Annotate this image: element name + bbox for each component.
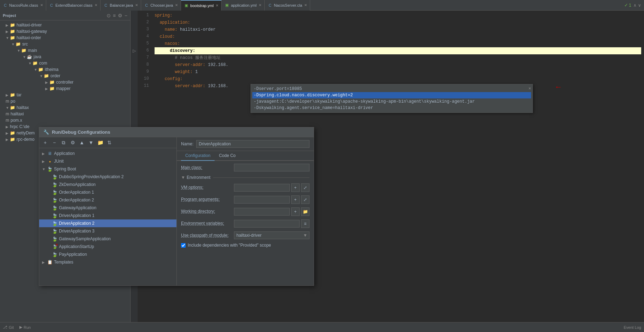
tab-nacos-server[interactable]: C NacosServer.cla ✕ (265, 0, 310, 11)
folder-icon11: 📁 (10, 92, 15, 97)
settings-config-btn[interactable]: ⚙ (69, 139, 77, 146)
vm-popup-close-btn[interactable]: ✕ (529, 86, 531, 91)
config-item-gateway-sample[interactable]: 🍃 GatewaySampleApplication (39, 235, 176, 243)
config-item-application-folder[interactable]: ▶ 🖥 Application (39, 150, 176, 157)
tree-label-main: main (28, 48, 37, 53)
tree-item-main[interactable]: ▼ 📁 main (0, 47, 130, 54)
name-input[interactable] (196, 140, 309, 148)
vm-expand-btn[interactable]: + (291, 183, 300, 192)
tree-item-com[interactable]: ▼ 📁 com (0, 60, 130, 66)
tree-item-java[interactable]: ▼ ☕ java (0, 54, 130, 60)
tab-bootstrap[interactable]: ▣ bootstrap.yml ✕ (181, 0, 222, 11)
code-line-2: application: (155, 19, 641, 26)
sidebar-scope-icon[interactable]: ⊙ (107, 13, 111, 18)
copy-config-btn[interactable]: ⧉ (60, 139, 67, 146)
config-item-driver3[interactable]: 🍃 DriverApplication 3 (39, 227, 176, 235)
classpath-select[interactable]: hailtaxi-driver (234, 231, 309, 239)
working-dir-input[interactable] (234, 208, 290, 216)
add-config-btn[interactable]: + (41, 139, 49, 146)
tree-item-itheima[interactable]: ▼ 📁 itheima (0, 66, 130, 73)
vm-options-label: VM options: (181, 183, 234, 190)
config-item-app-startup[interactable]: 🍃✕ ApplicationStartUp (39, 243, 176, 250)
templates-icon: 📋 (47, 259, 53, 265)
args-fullscreen-btn[interactable]: ⤢ (301, 195, 309, 204)
config-item-zk[interactable]: 🍃 ZkDemoApplication (39, 181, 176, 188)
config-label-junit: JUnit (54, 159, 64, 164)
tree-item-order[interactable]: ▼ 📁 hailtaxi-order (0, 35, 130, 41)
config-item-pay[interactable]: 🍃 PayApplication (39, 250, 176, 258)
tab-nacos-rule[interactable]: C NacosRule.class ✕ (0, 0, 46, 11)
args-expand-btn[interactable]: + (291, 195, 300, 204)
tree-item-src[interactable]: ▼ 📁 src (0, 41, 130, 47)
tab-close-bootstrap[interactable]: ✕ (216, 4, 218, 7)
event-log[interactable]: Event Log (624, 325, 641, 330)
application-folder-icon: 🖥 (47, 151, 53, 156)
tab-configuration[interactable]: Configuration (181, 151, 215, 161)
sort-btn[interactable]: ⇅ (106, 139, 113, 146)
dir-expand-btn[interactable]: + (291, 207, 300, 216)
env-collapse-btn[interactable]: ▼ (181, 175, 185, 180)
config-item-dubbo[interactable]: 🍃 DubboSpringProviderApplication 2 (39, 173, 176, 181)
gutter-2 (131, 19, 137, 26)
env-vars-input[interactable] (234, 220, 300, 228)
tab-close-balancer[interactable]: ✕ (135, 3, 138, 7)
scroll-up-btn[interactable]: ∧ (633, 3, 637, 8)
tab-close-chooser[interactable]: ✕ (175, 3, 178, 7)
config-item-order2[interactable]: 🍃 OrderApplication 2 (39, 196, 176, 204)
include-deps-checkbox[interactable] (181, 243, 186, 248)
tree-item-hailtaxi2[interactable]: m hailtaxi (0, 111, 130, 117)
tree-arrow12: ▼ (6, 106, 10, 110)
vm-fullscreen-btn[interactable]: ⤢ (301, 183, 309, 192)
config-item-junit-folder[interactable]: ▶ ⬥ JUnit (39, 157, 176, 165)
tree-arrow7: ▼ (34, 68, 38, 72)
vm-popup-line-3: -javaagent:C:\developer\skywalking\apach… (252, 98, 531, 105)
dir-browse-btn[interactable]: 📁 (301, 207, 309, 216)
main-class-input[interactable] (234, 164, 309, 171)
tree-label-extra2: po (11, 99, 15, 104)
tab-close-application-yml[interactable]: ✕ (259, 3, 261, 7)
tree-item-extra2[interactable]: m po (0, 98, 130, 104)
vm-options-input[interactable] (234, 184, 290, 192)
tree-item-mapper[interactable]: ▶ 📁 mapper (0, 85, 130, 92)
tab-extend-balancer[interactable]: C ExtendBalancer.class ✕ (46, 0, 101, 11)
tab-close-extend-balancer[interactable]: ✕ (95, 3, 97, 7)
config-item-springboot-folder[interactable]: ▼ 🍃 Spring Boot (39, 165, 176, 173)
tab-close-nacos-server[interactable]: ✕ (304, 3, 307, 7)
sidebar-settings-icon[interactable]: ⚙ (118, 13, 122, 18)
tab-balancer[interactable]: C Balancer.java ✕ (101, 0, 141, 11)
sidebar-minimize-icon[interactable]: − (125, 13, 127, 18)
config-item-templates[interactable]: ▶ 📋 Templates (39, 258, 176, 266)
tab-code-coverage[interactable]: Code Co (215, 151, 240, 161)
run-tab[interactable]: ▶ Run (19, 325, 31, 330)
tab-application-yml[interactable]: ▣ application.yml ✕ (222, 0, 265, 11)
tree-item-hailtaxi-collapsed[interactable]: ▼ 📁 hailtax (0, 104, 130, 111)
sidebar-collapse-icon[interactable]: ≡ (113, 13, 116, 18)
move-up-btn[interactable]: ▲ (78, 139, 86, 146)
folder-btn[interactable]: 📁 (96, 139, 104, 146)
git-tab[interactable]: ⎇ Git (3, 325, 14, 330)
tree-item-pom[interactable]: m pom.x (0, 117, 130, 123)
gutter-8 (131, 61, 137, 68)
include-deps-label: Include dependencies with "Provided" sco… (188, 243, 271, 248)
tree-item-controller[interactable]: ▶ 📁 controller (0, 79, 130, 85)
order1-icon: 🍃 (52, 189, 58, 195)
config-item-gateway-app[interactable]: 🍃 GatewayApplication (39, 204, 176, 212)
tree-item-gateway[interactable]: ▶ 📁 hailtaxi-gateway (0, 28, 130, 35)
tree-item-extra1[interactable]: ▶ 📁 tar (0, 92, 130, 98)
tab-chooser[interactable]: C Chooser.java ✕ (141, 0, 181, 11)
config-item-driver2[interactable]: 🍃 DriverApplication 2 → (39, 219, 176, 227)
tree-arrow15: ▶ (6, 138, 10, 141)
form-row-classpath: Use classpath of module: hailtaxi-driver… (181, 231, 309, 239)
tab-close-nacos-rule[interactable]: ✕ (40, 3, 43, 7)
program-args-input[interactable] (234, 196, 290, 204)
remove-config-btn[interactable]: − (50, 139, 58, 146)
folder-icon14: 📁 (10, 137, 15, 142)
move-down-btn[interactable]: ▼ (87, 139, 95, 146)
config-item-driver1[interactable]: 🍃 DriverApplication 1 (39, 212, 176, 219)
config-item-order1[interactable]: 🍃 OrderApplication 1 (39, 188, 176, 196)
dialog-config-tabs: Configuration Code Co (177, 151, 314, 161)
tree-item-order-pkg[interactable]: ▼ 📁 order (0, 73, 130, 79)
env-vars-edit-btn[interactable]: ≡ (301, 219, 309, 228)
tree-item-driver[interactable]: ▶ 📁 hailtaxi-driver (0, 22, 130, 28)
scroll-down-btn[interactable]: ∨ (638, 3, 641, 8)
